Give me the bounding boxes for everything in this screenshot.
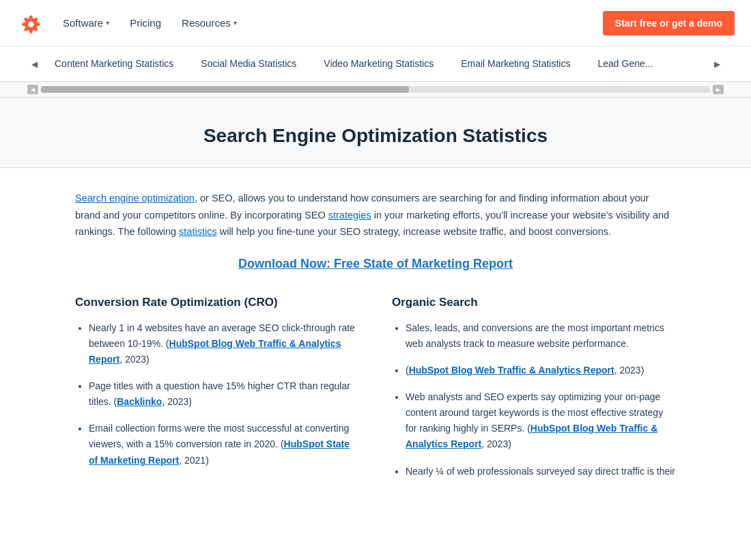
- list-item: Sales, leads, and conversions are the mo…: [406, 320, 676, 352]
- page-title: Search Engine Optimization Statistics: [27, 125, 724, 147]
- cro-title: Conversion Rate Optimization (CRO): [75, 296, 359, 309]
- secondary-nav-video-marketing[interactable]: Video Marketing Statistics: [310, 46, 447, 82]
- seo-link[interactable]: Search engine optimization: [75, 193, 195, 204]
- scrollbar-thumb: [41, 86, 409, 93]
- start-free-button[interactable]: Start free or get a demo: [603, 11, 735, 36]
- organic-search-title: Organic Search: [392, 296, 676, 309]
- hero-section: Search Engine Optimization Statistics: [0, 98, 751, 168]
- nav-resources[interactable]: Resources ▾: [173, 12, 245, 34]
- two-column-section: Conversion Rate Optimization (CRO) Nearl…: [75, 296, 676, 490]
- nav-links: Software ▾ Pricing Resources ▾: [55, 12, 603, 34]
- statistics-link[interactable]: statistics: [179, 226, 217, 237]
- backlinko-link[interactable]: Backlinko: [117, 396, 162, 407]
- secondary-nav-scroll: Content Marketing Statistics Social Medi…: [41, 46, 710, 82]
- main-content: Search engine optimization, or SEO, allo…: [48, 168, 703, 512]
- list-item: Nearly 1 in 4 websites have an average S…: [89, 320, 359, 367]
- scroll-left-arrow[interactable]: ◀: [27, 46, 41, 82]
- strategies-link[interactable]: strategies: [328, 210, 371, 221]
- secondary-nav-content-marketing[interactable]: Content Marketing Statistics: [41, 46, 187, 82]
- cro-section: Conversion Rate Optimization (CRO) Nearl…: [75, 296, 359, 490]
- list-item: Web analysts and SEO experts say optimiz…: [406, 389, 676, 452]
- organic-list: Sales, leads, and conversions are the mo…: [392, 320, 676, 479]
- intro-paragraph: Search engine optimization, or SEO, allo…: [75, 190, 676, 240]
- secondary-nav-lead-gen[interactable]: Lead Gene...: [584, 46, 666, 82]
- svg-point-1: [28, 21, 34, 27]
- list-item: (HubSpot Blog Web Traffic & Analytics Re…: [406, 363, 676, 378]
- list-item: Email collection forms were the most suc…: [89, 421, 359, 468]
- hubspot-logo: [16, 10, 42, 36]
- secondary-nav: ◀ Content Marketing Statistics Social Me…: [0, 46, 751, 82]
- scrollbar-right-button[interactable]: ▶: [713, 85, 724, 94]
- horizontal-scrollbar-row: ◀ ▶: [0, 82, 751, 98]
- nav-pricing[interactable]: Pricing: [122, 12, 169, 34]
- list-item: Page titles with a question have 15% hig…: [89, 378, 359, 410]
- nav-software[interactable]: Software ▾: [55, 12, 117, 34]
- secondary-nav-email-marketing[interactable]: Email Marketing Statistics: [447, 46, 584, 82]
- top-nav: Software ▾ Pricing Resources ▾ Start fre…: [0, 0, 751, 46]
- hubspot-analytics-link-2[interactable]: HubSpot Blog Web Traffic & Analytics Rep…: [409, 365, 614, 376]
- download-report-link[interactable]: Download Now: Free State of Marketing Re…: [238, 257, 513, 270]
- resources-chevron-icon: ▾: [233, 19, 237, 27]
- scrollbar-left-button[interactable]: ◀: [27, 85, 38, 94]
- scroll-right-arrow[interactable]: ▶: [710, 46, 724, 82]
- cta-link-row: Download Now: Free State of Marketing Re…: [75, 257, 676, 271]
- scrollbar-track[interactable]: [41, 86, 710, 93]
- list-item: Nearly ¼ of web professionals surveyed s…: [406, 464, 676, 479]
- software-chevron-icon: ▾: [106, 19, 109, 27]
- cro-list: Nearly 1 in 4 websites have an average S…: [75, 320, 359, 468]
- secondary-nav-social-media[interactable]: Social Media Statistics: [187, 46, 310, 82]
- organic-search-section: Organic Search Sales, leads, and convers…: [392, 296, 676, 490]
